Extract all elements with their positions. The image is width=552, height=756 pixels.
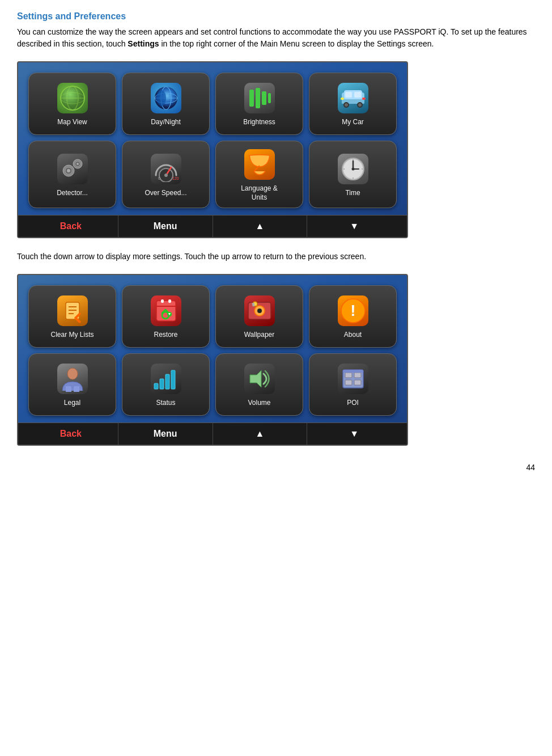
wallpaper-label: Wallpaper	[244, 331, 275, 340]
icon-poi[interactable]: POI	[309, 353, 397, 416]
svg-marker-75	[250, 370, 261, 387]
screen1-icons-grid: Map View	[28, 73, 397, 208]
svg-point-29	[77, 163, 79, 165]
icon-clear-my-lists[interactable]: Clear My Lists	[28, 285, 116, 348]
svg-rect-79	[345, 380, 352, 385]
brightness-icon	[244, 83, 275, 113]
svg-rect-70	[171, 370, 175, 389]
svg-point-40	[351, 167, 354, 170]
svg-text:0: 0	[158, 176, 160, 180]
svg-rect-12	[268, 93, 271, 103]
settings-screen-2: Clear My Lists Restore	[17, 274, 408, 446]
svg-rect-17	[354, 92, 361, 98]
screen2-bottom-bar: Back Menu ▲ ▼	[18, 423, 407, 445]
poi-label: POI	[347, 399, 359, 408]
svg-rect-52	[161, 299, 164, 303]
intro-bold: Settings	[128, 39, 159, 48]
svg-rect-22	[341, 98, 344, 100]
clear-my-lists-label: Clear My Lists	[50, 331, 94, 340]
icon-brightness[interactable]: Brightness	[215, 73, 303, 135]
icon-day-night[interactable]: Day/Night	[122, 73, 210, 135]
clear-my-lists-icon	[57, 295, 88, 326]
svg-rect-69	[165, 374, 169, 389]
detector-label: Detector...	[57, 189, 88, 198]
svg-point-59	[257, 309, 262, 313]
map-view-label: Map View	[57, 118, 87, 127]
svg-rect-68	[160, 379, 164, 389]
svg-rect-10	[256, 88, 260, 108]
legal-icon	[57, 364, 88, 394]
brightness-label: Brightness	[243, 118, 275, 127]
svg-point-64	[67, 368, 78, 379]
my-car-label: My Car	[342, 118, 364, 127]
time-icon	[338, 154, 368, 184]
icon-over-speed[interactable]: 0 120 Over Speed...	[122, 141, 210, 208]
svg-rect-78	[354, 373, 361, 378]
screen1-down-button[interactable]: ▼	[307, 216, 401, 237]
screen2-back-button[interactable]: Back	[24, 423, 118, 445]
about-icon: !	[338, 295, 368, 326]
screen2-menu-button[interactable]: Menu	[118, 423, 213, 445]
icon-restore[interactable]: Restore	[122, 285, 210, 348]
icon-my-car[interactable]: My Car	[309, 73, 397, 135]
language-units-label: Language &Units	[241, 184, 278, 202]
icon-legal[interactable]: Legal	[28, 353, 116, 416]
svg-point-26	[67, 169, 70, 172]
svg-rect-11	[262, 91, 266, 105]
screen1-menu-button[interactable]: Menu	[118, 216, 213, 237]
time-label: Time	[345, 189, 360, 198]
restore-icon	[151, 295, 181, 326]
intro-paragraph: You can customize the way the screen app…	[17, 26, 527, 50]
map-view-icon	[57, 83, 88, 113]
volume-icon	[244, 364, 275, 394]
svg-rect-66	[74, 386, 79, 392]
svg-text:!: !	[350, 302, 355, 319]
about-label: About	[344, 331, 362, 340]
day-night-icon	[151, 83, 181, 113]
icon-volume[interactable]: Volume	[215, 353, 303, 416]
screen1-back-button[interactable]: Back	[24, 216, 118, 237]
legal-label: Legal	[64, 399, 80, 408]
screen2-up-button[interactable]: ▲	[213, 423, 308, 445]
svg-point-32	[164, 174, 168, 177]
svg-rect-9	[249, 90, 254, 107]
volume-label: Volume	[248, 399, 270, 408]
over-speed-label: Over Speed...	[145, 189, 186, 198]
restore-label: Restore	[154, 331, 177, 340]
icon-time[interactable]: Time	[309, 141, 397, 208]
page-title: Settings and Preferences	[17, 11, 535, 22]
svg-rect-16	[345, 92, 352, 98]
page-number: 44	[17, 463, 535, 472]
svg-rect-23	[362, 98, 366, 100]
svg-rect-65	[66, 386, 71, 392]
icon-map-view[interactable]: Map View	[28, 73, 116, 135]
svg-point-21	[358, 103, 362, 107]
settings-screen-1: Map View	[17, 61, 408, 238]
status-label: Status	[156, 399, 175, 408]
intro-text-after: in the top right corner of the Main Menu…	[159, 39, 434, 48]
icon-language-units[interactable]: Language &Units	[215, 141, 303, 208]
icon-status[interactable]: Status	[122, 353, 210, 416]
svg-text:120: 120	[172, 176, 179, 180]
my-car-icon	[338, 83, 368, 113]
svg-rect-80	[354, 380, 361, 385]
screen1-bottom-bar: Back Menu ▲ ▼	[18, 215, 407, 237]
between-text: Touch the down arrow to display more set…	[17, 251, 527, 263]
over-speed-icon: 0 120	[151, 154, 181, 184]
language-units-icon	[244, 149, 275, 180]
svg-rect-67	[154, 383, 158, 389]
svg-rect-77	[345, 373, 352, 378]
screen2-icons-grid: Clear My Lists Restore	[28, 285, 397, 416]
icon-wallpaper[interactable]: Wallpaper	[215, 285, 303, 348]
icon-about[interactable]: ! About	[309, 285, 397, 348]
poi-icon	[338, 364, 368, 394]
svg-point-19	[345, 103, 348, 107]
detector-icon	[57, 154, 88, 184]
icon-detector[interactable]: Detector...	[28, 141, 116, 208]
day-night-label: Day/Night	[151, 118, 181, 127]
svg-rect-81	[343, 370, 363, 373]
svg-point-4	[61, 87, 84, 109]
screen2-down-button[interactable]: ▼	[307, 423, 401, 445]
svg-rect-53	[168, 299, 171, 303]
screen1-up-button[interactable]: ▲	[213, 216, 308, 237]
